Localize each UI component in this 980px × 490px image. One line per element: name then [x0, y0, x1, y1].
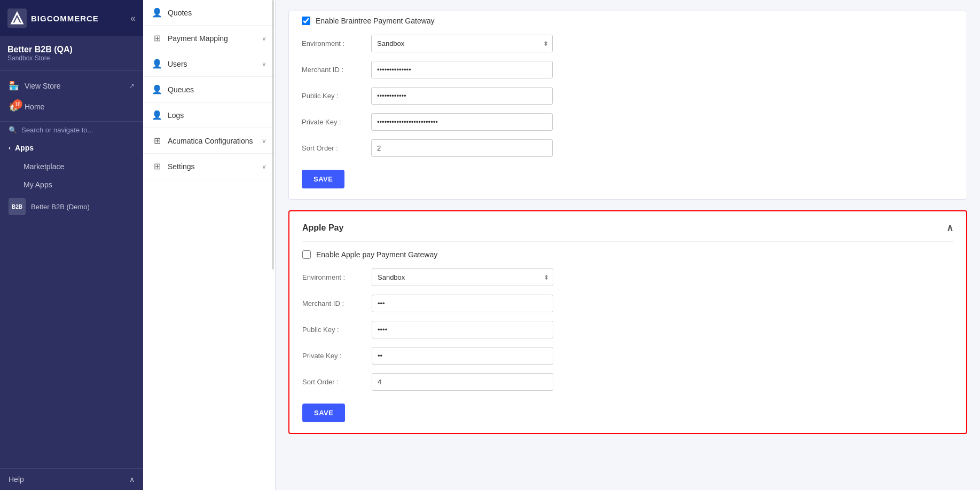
apple-pay-save-button[interactable]: SAVE	[302, 404, 345, 422]
braintree-enable-checkbox[interactable]	[302, 17, 310, 25]
apple-pay-public-key-row: Public Key :	[302, 321, 953, 338]
mid-nav-item-logs[interactable]: 👤 Logs	[143, 102, 275, 128]
sidebar-header: BIGCOMMERCE «	[0, 0, 143, 36]
bigcommerce-logo-icon	[7, 9, 27, 28]
sidebar-item-view-store[interactable]: 🏪 View Store ↗	[0, 75, 143, 96]
acumatica-icon: ⊞	[152, 136, 162, 146]
sidebar-collapse-button[interactable]: «	[130, 13, 136, 24]
braintree-sort-order-row: Sort Order :	[302, 139, 954, 157]
apps-chevron-left: ‹	[9, 144, 11, 152]
home-label: Home	[25, 102, 44, 111]
apple-pay-collapse-button[interactable]: ∧	[946, 222, 953, 234]
payment-mapping-icon: ⊞	[152, 33, 162, 43]
braintree-environment-select-wrap: Sandbox Production ⬍	[371, 35, 553, 52]
quotes-icon: 👤	[152, 7, 162, 18]
search-bar[interactable]: 🔍 Search or navigate to...	[0, 122, 143, 138]
apple-pay-private-key-row: Private Key :	[302, 347, 953, 365]
sidebar-item-my-apps[interactable]: My Apps	[0, 176, 143, 194]
braintree-environment-row: Environment : Sandbox Production ⬍	[302, 35, 954, 52]
braintree-enable-label[interactable]: Enable Braintree Payment Gateway	[316, 17, 435, 25]
queues-icon: 👤	[152, 84, 162, 94]
apple-pay-header: Apple Pay ∧	[302, 222, 953, 242]
braintree-section: Enable Braintree Payment Gateway Environ…	[288, 11, 967, 200]
search-icon: 🔍	[9, 126, 17, 134]
braintree-private-key-input[interactable]	[371, 113, 553, 131]
braintree-private-key-label: Private Key :	[302, 118, 371, 126]
app-demo-label: Better B2B (Demo)	[31, 203, 90, 211]
my-apps-label: My Apps	[23, 180, 52, 189]
search-placeholder: Search or navigate to...	[21, 126, 93, 134]
external-link-icon: ↗	[129, 82, 135, 90]
sidebar-item-home[interactable]: 16 🏠 Home	[0, 96, 143, 117]
braintree-sort-order-input[interactable]	[371, 139, 553, 157]
apple-pay-section: Apple Pay ∧ Enable Apple pay Payment Gat…	[288, 210, 967, 434]
apple-pay-environment-label: Environment :	[302, 273, 372, 281]
logo-text: BIGCOMMERCE	[31, 14, 99, 23]
apple-pay-sort-order-input[interactable]	[372, 373, 553, 391]
mid-nav-item-payment-mapping[interactable]: ⊞ Payment Mapping ∨	[143, 26, 275, 51]
braintree-merchant-id-label: Merchant ID :	[302, 66, 371, 74]
apple-pay-merchant-id-label: Merchant ID :	[302, 299, 372, 307]
apple-pay-environment-select-wrap: Sandbox Production ⬍	[372, 268, 553, 286]
settings-icon: ⊞	[152, 161, 162, 171]
mid-nav-item-queues[interactable]: 👤 Queues	[143, 77, 275, 102]
apple-pay-private-key-label: Private Key :	[302, 352, 372, 360]
store-info: Better B2B (QA) Sandbox Store	[0, 36, 143, 71]
sidebar-item-better-b2b-demo[interactable]: B2B Better B2B (Demo)	[0, 194, 143, 219]
mid-nav-item-acumatica[interactable]: ⊞ Acumatica Configurations ∨	[143, 128, 275, 154]
users-chevron: ∨	[262, 60, 266, 68]
braintree-merchant-id-input[interactable]	[371, 61, 553, 78]
apple-pay-enable-checkbox[interactable]	[302, 250, 311, 259]
store-icon: 🏪	[9, 81, 19, 91]
apple-pay-private-key-input[interactable]	[372, 347, 553, 365]
quotes-label: Quotes	[168, 9, 192, 17]
queues-label: Queues	[168, 85, 194, 94]
apple-pay-enable-row: Enable Apple pay Payment Gateway	[302, 250, 953, 259]
view-store-label: View Store	[25, 82, 60, 90]
apple-pay-title: Apple Pay	[302, 223, 343, 233]
mid-nav-item-quotes[interactable]: 👤 Quotes	[143, 0, 275, 26]
braintree-public-key-label: Public Key :	[302, 92, 371, 100]
sidebar-help[interactable]: Help ∧	[0, 468, 143, 490]
braintree-public-key-input[interactable]	[371, 87, 553, 105]
mid-nav-item-users[interactable]: 👤 Users ∨	[143, 51, 275, 77]
sidebar-item-marketplace[interactable]: Marketplace	[0, 157, 143, 176]
braintree-sort-order-label: Sort Order :	[302, 144, 371, 152]
braintree-environment-select[interactable]: Sandbox Production	[371, 35, 553, 52]
apps-header[interactable]: ‹ Apps	[0, 138, 143, 157]
braintree-merchant-id-row: Merchant ID :	[302, 61, 954, 78]
braintree-enable-row: Enable Braintree Payment Gateway	[302, 17, 954, 25]
store-subtitle: Sandbox Store	[7, 54, 136, 62]
acumatica-label: Acumatica Configurations	[168, 137, 253, 145]
apple-pay-environment-select[interactable]: Sandbox Production	[372, 268, 553, 286]
users-label: Users	[168, 60, 187, 68]
apple-pay-public-key-input[interactable]	[372, 321, 553, 338]
marketplace-label: Marketplace	[23, 162, 64, 171]
mid-nav-scrollbar	[272, 0, 274, 270]
settings-label: Settings	[168, 162, 195, 171]
apple-pay-merchant-id-input[interactable]	[372, 295, 553, 312]
payment-mapping-label: Payment Mapping	[168, 34, 228, 43]
braintree-environment-label: Environment :	[302, 39, 371, 48]
logs-icon: 👤	[152, 110, 162, 120]
braintree-public-key-row: Public Key :	[302, 87, 954, 105]
apple-pay-sort-order-label: Sort Order :	[302, 378, 372, 386]
apple-pay-enable-label[interactable]: Enable Apple pay Payment Gateway	[316, 250, 437, 259]
app-thumbnail: B2B	[9, 198, 26, 215]
logo-area: BIGCOMMERCE	[7, 9, 99, 28]
braintree-save-button[interactable]: SAVE	[302, 170, 344, 188]
main-content: Enable Braintree Payment Gateway Environ…	[276, 0, 980, 490]
apps-label: Apps	[15, 144, 34, 152]
settings-chevron: ∨	[262, 163, 266, 170]
sidebar: BIGCOMMERCE « Better B2B (QA) Sandbox St…	[0, 0, 143, 490]
apple-pay-public-key-label: Public Key :	[302, 326, 372, 334]
sidebar-top-nav: 🏪 View Store ↗ 16 🏠 Home	[0, 71, 143, 122]
braintree-private-key-row: Private Key :	[302, 113, 954, 131]
store-name: Better B2B (QA)	[7, 45, 136, 54]
logs-label: Logs	[168, 111, 184, 120]
mid-nav-item-settings[interactable]: ⊞ Settings ∨	[143, 154, 275, 179]
acumatica-chevron: ∨	[262, 137, 266, 145]
help-label: Help	[9, 475, 24, 484]
apple-pay-sort-order-row: Sort Order :	[302, 373, 953, 391]
apple-pay-merchant-id-row: Merchant ID :	[302, 295, 953, 312]
